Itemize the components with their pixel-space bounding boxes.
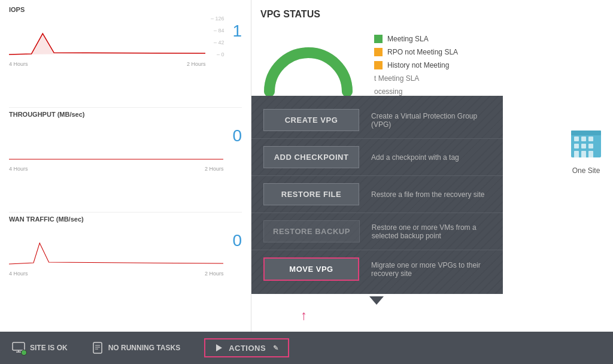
vpg-title: VPG STATUS bbox=[260, 9, 604, 20]
restore-file-desc: Restore a file from the recovery site bbox=[371, 190, 491, 199]
actions-label: ACTIONS bbox=[229, 344, 266, 353]
restore-backup-desc: Restore one or more VMs from a selected … bbox=[372, 223, 491, 240]
wan-value: 0 bbox=[232, 231, 242, 277]
legend-processing-label: ocessing bbox=[374, 87, 402, 96]
legend-history-not-meeting: History not Meeting bbox=[374, 61, 458, 69]
svg-rect-14 bbox=[13, 342, 25, 350]
throughput-title: THROUGHPUT (MB/sec) bbox=[9, 111, 242, 118]
vpg-content: Meeting SLA RPO not Meeting SLA History … bbox=[260, 32, 604, 104]
iops-svg bbox=[9, 16, 205, 57]
iops-x-label-2h: 2 Hours bbox=[187, 61, 206, 67]
iops-title: IOPS bbox=[9, 6, 242, 13]
legend-meeting-sla: Meeting SLA bbox=[374, 35, 458, 43]
svg-rect-6 bbox=[581, 136, 586, 141]
menu-item-restore-backup: RESTORE BACKUP Restore one or more VMs f… bbox=[251, 213, 503, 250]
iops-value: 1 bbox=[232, 22, 242, 67]
wan-svg bbox=[9, 225, 223, 267]
menu-item-move-vpg[interactable]: MOVE VPG Migrate one or more VPGs to the… bbox=[251, 250, 503, 288]
legend-history-label: History not Meeting bbox=[387, 61, 449, 69]
move-vpg-desc: Migrate one or more VPGs to their recove… bbox=[371, 261, 491, 278]
menu-item-create-vpg[interactable]: CREATE VPG Create a Virtual Protection G… bbox=[251, 102, 503, 139]
throughput-chart: THROUGHPUT (MB/sec) 4 Hours 2 Hours 0 bbox=[9, 111, 242, 213]
rpo-icon bbox=[374, 48, 383, 56]
throughput-x-labels: 4 Hours 2 Hours bbox=[9, 166, 223, 172]
iops-y-axis: – 126 – 84 – 42 – 0 bbox=[205, 16, 226, 57]
create-vpg-button[interactable]: CREATE VPG bbox=[263, 109, 359, 131]
svg-rect-10 bbox=[588, 144, 593, 148]
svg-rect-11 bbox=[574, 151, 579, 158]
tasks-status: NO RUNNING TASKS bbox=[92, 342, 180, 354]
pink-arrow-up: ↑ bbox=[301, 308, 307, 323]
svg-rect-0 bbox=[374, 35, 383, 43]
throughput-value: 0 bbox=[232, 126, 242, 172]
site-container: One Site bbox=[568, 128, 604, 175]
svg-rect-17 bbox=[93, 342, 102, 353]
site-label: One Site bbox=[572, 166, 600, 175]
menu-arrow-down bbox=[369, 296, 384, 305]
legend-meeting-sla-label: Meeting SLA bbox=[387, 35, 429, 43]
vpg-legend: Meeting SLA RPO not Meeting SLA History … bbox=[374, 35, 458, 104]
green-status-dot bbox=[21, 350, 27, 356]
svg-rect-9 bbox=[581, 144, 586, 148]
vpg-gauge bbox=[260, 32, 356, 104]
monitor-icon bbox=[12, 342, 25, 354]
wan-chart: WAN TRAFFIC (MB/sec) 4 Hours 2 Hours 0 bbox=[9, 216, 242, 317]
svg-rect-13 bbox=[588, 151, 593, 158]
menu-item-add-checkpoint[interactable]: ADD CHECKPOINT Add a checkpoint with a t… bbox=[251, 139, 503, 176]
charts-panel: IOPS 4 Hours 2 Hours – 126 – 84 – 42 bbox=[0, 0, 251, 332]
tasks-icon bbox=[92, 342, 104, 354]
meeting-sla-icon bbox=[374, 35, 383, 43]
iops-x-labels: 4 Hours 2 Hours bbox=[9, 61, 205, 67]
svg-rect-1 bbox=[374, 48, 383, 56]
iops-x-label-4h: 4 Hours bbox=[9, 61, 28, 67]
svg-rect-7 bbox=[588, 136, 593, 141]
legend-not-meeting-label: t Meeting SLA bbox=[374, 74, 419, 83]
tasks-status-label: NO RUNNING TASKS bbox=[108, 344, 180, 352]
legend-not-meeting-sla: t Meeting SLA bbox=[374, 74, 458, 83]
restore-backup-button[interactable]: RESTORE BACKUP bbox=[263, 220, 360, 242]
add-checkpoint-desc: Add a checkpoint with a tag bbox=[371, 153, 491, 162]
throughput-svg bbox=[9, 120, 223, 162]
add-checkpoint-button[interactable]: ADD CHECKPOINT bbox=[263, 146, 359, 168]
edit-icon: ✎ bbox=[273, 344, 279, 352]
site-status: SITE IS OK bbox=[12, 342, 68, 354]
building-icon bbox=[568, 128, 604, 163]
svg-rect-5 bbox=[574, 136, 579, 141]
actions-menu: CREATE VPG Create a Virtual Protection G… bbox=[251, 96, 503, 294]
svg-rect-4 bbox=[571, 131, 601, 135]
menu-item-restore-file[interactable]: RESTORE FILE Restore a file from the rec… bbox=[251, 176, 503, 213]
svg-rect-12 bbox=[581, 151, 586, 158]
svg-marker-21 bbox=[216, 344, 222, 351]
wan-x-labels: 4 Hours 2 Hours bbox=[9, 271, 223, 277]
legend-rpo-label: RPO not Meeting SLA bbox=[387, 48, 458, 56]
legend-rpo-not-meeting: RPO not Meeting SLA bbox=[374, 48, 458, 56]
wan-title: WAN TRAFFIC (MB/sec) bbox=[9, 216, 242, 223]
history-icon bbox=[374, 61, 383, 69]
legend-processing: ocessing bbox=[374, 87, 458, 96]
svg-rect-8 bbox=[574, 144, 579, 148]
iops-chart: IOPS 4 Hours 2 Hours – 126 – 84 – 42 bbox=[9, 6, 242, 108]
svg-rect-2 bbox=[374, 61, 383, 69]
status-bar: SITE IS OK NO RUNNING TASKS ACTIONS ✎ bbox=[0, 332, 613, 364]
restore-file-button[interactable]: RESTORE FILE bbox=[263, 183, 359, 205]
move-vpg-button[interactable]: MOVE VPG bbox=[263, 257, 359, 281]
actions-button[interactable]: ACTIONS ✎ bbox=[204, 338, 289, 357]
create-vpg-desc: Create a Virtual Protection Group (VPG) bbox=[371, 112, 491, 129]
site-status-label: SITE IS OK bbox=[30, 344, 68, 352]
play-icon bbox=[214, 343, 224, 353]
